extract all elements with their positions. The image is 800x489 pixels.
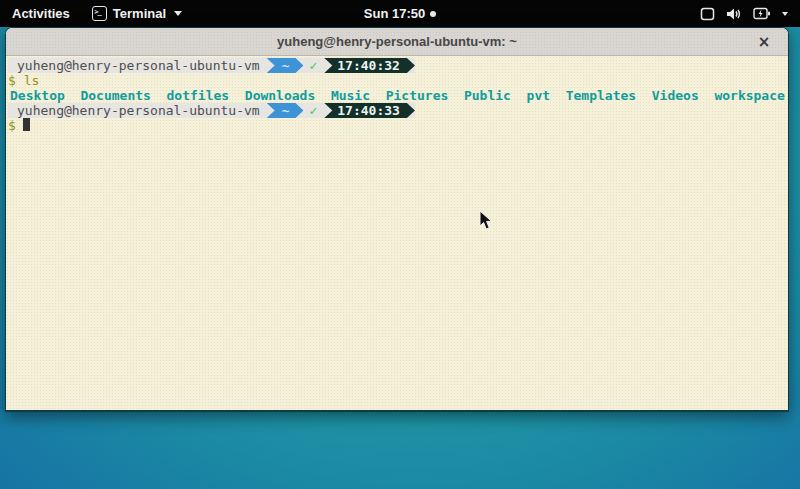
prompt-time: 17:40:33 xyxy=(324,103,415,118)
text-cursor xyxy=(23,118,30,131)
terminal-icon xyxy=(92,6,107,21)
typed-command: ls xyxy=(24,73,40,88)
top-bar: Activities Terminal Sun 17:50 xyxy=(0,0,800,27)
prompt-user: yuheng@henry-personal-ubuntu-vm xyxy=(8,103,267,118)
prompt-symbol: $ xyxy=(8,118,16,133)
app-menu-label: Terminal xyxy=(113,6,166,21)
chevron-down-icon xyxy=(174,11,182,16)
prompt-line: yuheng@henry-personal-ubuntu-vm ~ ✓ 17:4… xyxy=(8,58,786,73)
prompt-line: yuheng@henry-personal-ubuntu-vm ~ ✓ 17:4… xyxy=(8,103,786,118)
prompt-time: 17:40:32 xyxy=(324,58,415,73)
command-line: $ ls xyxy=(8,73,786,88)
prompt-status-check-icon: ✓ xyxy=(303,58,324,73)
prompt-status-check-icon: ✓ xyxy=(303,103,324,118)
battery-charging-icon xyxy=(753,7,771,20)
window-titlebar[interactable]: yuheng@henry-personal-ubuntu-vm: ~ × xyxy=(6,28,788,56)
volume-icon xyxy=(726,7,742,21)
screen-icon xyxy=(700,7,715,21)
chevron-down-icon xyxy=(782,12,788,16)
input-line[interactable]: $ xyxy=(8,118,786,133)
app-menu-terminal[interactable]: Terminal xyxy=(84,6,190,21)
activities-button[interactable]: Activities xyxy=(0,6,84,21)
clock[interactable]: Sun 17:50 xyxy=(364,6,425,21)
prompt-symbol: $ xyxy=(8,73,16,88)
terminal-content[interactable]: yuheng@henry-personal-ubuntu-vm ~ ✓ 17:4… xyxy=(6,56,788,410)
system-status-area[interactable] xyxy=(688,0,800,27)
prompt-user: yuheng@henry-personal-ubuntu-vm xyxy=(8,58,267,73)
prompt-path-segment: ~ xyxy=(267,58,304,73)
ls-output: Desktop Documents dotfiles Downloads Mus… xyxy=(8,88,786,103)
close-button[interactable]: × xyxy=(754,28,774,56)
prompt-path-segment: ~ xyxy=(267,103,304,118)
terminal-window: yuheng@henry-personal-ubuntu-vm: ~ × yuh… xyxy=(5,27,789,412)
window-title: yuheng@henry-personal-ubuntu-vm: ~ xyxy=(277,34,517,49)
notification-dot-icon xyxy=(430,11,436,17)
